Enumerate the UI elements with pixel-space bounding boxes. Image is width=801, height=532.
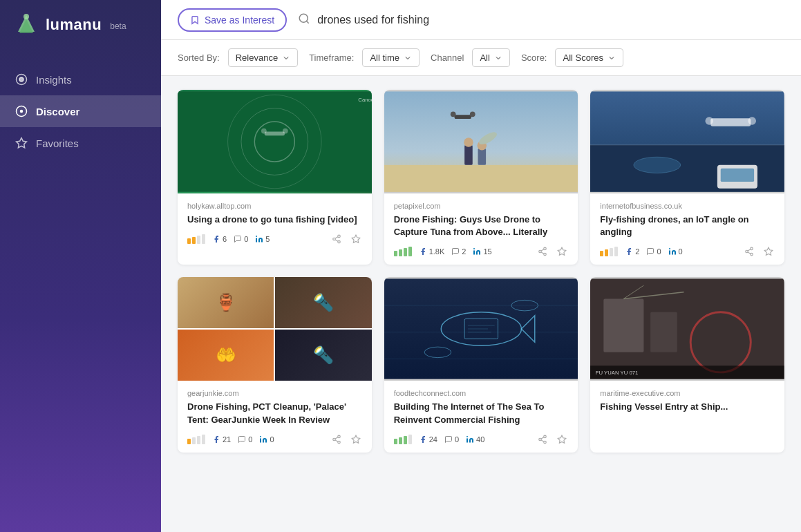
lightbulb-icon: [15, 73, 28, 86]
sorted-by-label: Sorted By:: [178, 53, 220, 63]
svg-point-55: [751, 254, 753, 256]
card-source: foodtechconnect.com: [394, 389, 569, 397]
share-icon: [538, 435, 547, 444]
card-internet-of-sea[interactable]: foodtechconnect.com Building The Interne…: [384, 277, 578, 452]
linkedin-icon: [466, 435, 474, 444]
card-stats: 1.8K 2 15: [394, 247, 492, 256]
svg-text:Canoe: Canoe: [358, 97, 371, 103]
favorite-button[interactable]: [762, 245, 775, 258]
svg-point-8: [299, 14, 308, 22]
share-icon: [332, 435, 341, 444]
share-button[interactable]: [330, 433, 343, 446]
svg-point-37: [544, 248, 547, 251]
card-gearjunkie[interactable]: 🏺 🔦 🤲 🔦 gearjunkie.com Drone Fishing, PC…: [178, 277, 372, 452]
card-body: gearjunkie.com Drone Fishing, PCT Cleanu…: [178, 381, 372, 452]
sorted-by-value: Relevance: [236, 53, 278, 63]
header: Save as Interest: [161, 0, 801, 40]
favorite-button[interactable]: [350, 433, 362, 446]
linkedin-icon: [668, 247, 677, 256]
svg-point-54: [746, 251, 748, 254]
search-icon: [298, 12, 310, 28]
card-stats: 24 0 40: [394, 435, 485, 444]
channel-select[interactable]: All: [472, 48, 509, 67]
svg-rect-86: [604, 299, 644, 352]
fb-count: 24: [429, 435, 437, 444]
card-maritime[interactable]: FU YUAN YU 071 maritime-executive.com Fi…: [590, 277, 784, 452]
svg-rect-30: [478, 149, 486, 165]
svg-point-21: [332, 238, 335, 240]
svg-line-83: [541, 437, 544, 439]
favorite-button[interactable]: [350, 233, 362, 245]
score-select[interactable]: All Scores: [555, 48, 623, 67]
svg-point-53: [751, 248, 753, 251]
share-button[interactable]: [743, 245, 755, 258]
card-source: holykaw.alltop.com: [187, 202, 362, 210]
card-title: Building The Internet of The Sea To Rein…: [394, 401, 569, 426]
svg-point-78: [467, 436, 468, 437]
sorted-by-select[interactable]: Relevance: [228, 48, 298, 67]
fb-count: 6: [223, 235, 227, 243]
score-bar: [600, 247, 618, 256]
favorite-button[interactable]: [556, 433, 568, 446]
facebook-icon: [625, 247, 633, 256]
svg-line-56: [748, 252, 751, 254]
svg-point-22: [337, 241, 340, 244]
star-outline-icon: [557, 435, 567, 444]
share-button[interactable]: [536, 245, 549, 258]
svg-rect-33: [454, 115, 471, 119]
facebook-icon: [212, 435, 220, 444]
thumb-svg: [384, 90, 578, 193]
thumb-svg: Canoe: [178, 90, 372, 193]
svg-rect-17: [283, 129, 288, 134]
star-icon: [15, 137, 28, 149]
card-title: Fly-fishing drones, an IoT angle on angl…: [600, 213, 775, 238]
svg-line-82: [541, 440, 544, 441]
share-button[interactable]: [330, 233, 343, 245]
score-bar: [187, 435, 205, 444]
card-stats: 2 0 0: [600, 247, 682, 256]
timeframe-select[interactable]: All time: [362, 48, 420, 67]
svg-point-39: [544, 254, 547, 256]
card-drone-fishing[interactable]: petapixel.com Drone Fishing: Guys Use Dr…: [384, 90, 578, 265]
linkedin-stat: 15: [473, 247, 491, 256]
card-thumbnail: [384, 90, 578, 193]
card-source: internetofbusiness.co.uk: [600, 202, 775, 210]
svg-point-60: [337, 435, 340, 438]
fb-stat: 1.8K: [419, 247, 445, 256]
search-input[interactable]: [317, 14, 784, 26]
card-actions: [536, 245, 568, 258]
sidebar-item-discover[interactable]: Discover: [0, 95, 161, 127]
svg-rect-46: [711, 118, 751, 126]
svg-marker-7: [17, 138, 27, 148]
main-content: Save as Interest Sorted By: Relevance Ti…: [161, 0, 801, 532]
linkedin-icon: [255, 235, 263, 243]
linkedin-icon: [473, 247, 481, 256]
thumb-svg: [384, 277, 578, 381]
sidebar-item-insights[interactable]: Insights: [0, 64, 161, 95]
filter-bar: Sorted By: Relevance Timeframe: All time…: [161, 40, 801, 76]
sidebar-logo: lumanu beta: [0, 0, 161, 50]
cards-grid: Canoe holykaw.alltop.com Using a drone t…: [178, 90, 784, 453]
save-interest-button[interactable]: Save as Interest: [178, 8, 287, 32]
svg-rect-51: [721, 169, 754, 182]
svg-point-20: [337, 235, 340, 238]
favorite-button[interactable]: [556, 245, 568, 258]
linkedin-stat: 5: [255, 235, 270, 243]
channel-value: All: [480, 53, 489, 63]
sidebar-item-favorites[interactable]: Favorites: [0, 127, 161, 159]
share-icon: [332, 234, 341, 244]
linkedin-stat: 0: [259, 435, 274, 444]
facebook-icon: [419, 247, 427, 256]
comment-count: 0: [657, 247, 661, 256]
star-outline-icon: [557, 247, 567, 256]
svg-point-34: [450, 111, 455, 117]
card-tuna-drone[interactable]: Canoe holykaw.alltop.com Using a drone t…: [178, 90, 372, 265]
comment-stat: 2: [451, 247, 466, 256]
timeframe-value: All time: [370, 53, 399, 63]
fb-stat: 6: [212, 235, 227, 243]
share-button[interactable]: [536, 433, 549, 446]
card-iot-angling[interactable]: internetofbusiness.co.uk Fly-fishing dro…: [590, 90, 784, 265]
card-stats: 21 0 0: [187, 435, 274, 444]
linkedin-stat: 0: [668, 247, 683, 256]
star-outline-icon: [764, 247, 773, 256]
